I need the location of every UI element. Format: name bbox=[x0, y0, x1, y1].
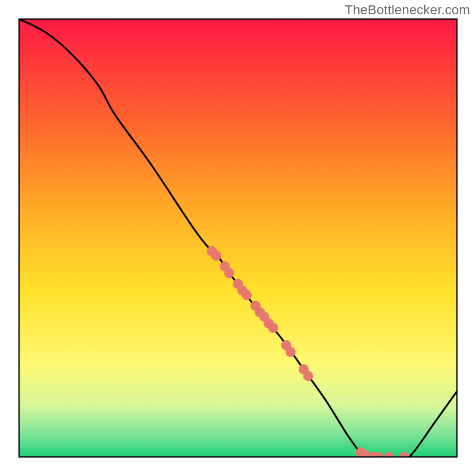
data-point bbox=[268, 322, 278, 333]
svg-rect-1 bbox=[19, 19, 457, 457]
chart-frame: TheBottlenecker.com bbox=[0, 0, 476, 476]
data-point bbox=[224, 268, 234, 278]
data-point bbox=[303, 371, 313, 381]
data-point bbox=[211, 250, 221, 261]
bottleneck-chart bbox=[0, 0, 476, 476]
data-point bbox=[360, 450, 370, 460]
data-point bbox=[242, 290, 252, 300]
data-point bbox=[286, 347, 296, 357]
watermark-text: TheBottlenecker.com bbox=[345, 2, 470, 18]
